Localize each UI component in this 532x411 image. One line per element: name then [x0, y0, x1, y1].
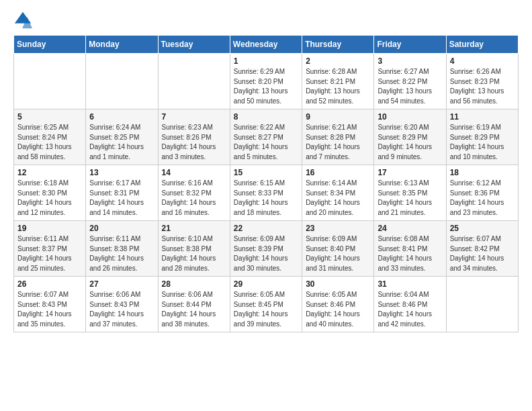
- cell-sun-info: Sunrise: 6:06 AMSunset: 8:43 PMDaylight:…: [89, 290, 154, 329]
- day-number: 9: [306, 112, 370, 122]
- calendar-cell: 22Sunrise: 6:09 AMSunset: 8:39 PMDayligh…: [230, 221, 302, 277]
- calendar-cell: 29Sunrise: 6:05 AMSunset: 8:45 PMDayligh…: [230, 277, 302, 332]
- calendar-cell: 30Sunrise: 6:05 AMSunset: 8:46 PMDayligh…: [302, 277, 374, 332]
- cell-sun-info: Sunrise: 6:04 AMSunset: 8:46 PMDaylight:…: [378, 290, 442, 329]
- calendar-cell: [446, 277, 518, 332]
- cell-sun-info: Sunrise: 6:18 AMSunset: 8:30 PMDaylight:…: [17, 179, 82, 218]
- calendar-cell: 13Sunrise: 6:17 AMSunset: 8:31 PMDayligh…: [86, 165, 158, 221]
- day-number: 7: [162, 112, 226, 122]
- cell-sun-info: Sunrise: 6:12 AMSunset: 8:36 PMDaylight:…: [450, 179, 515, 218]
- cell-sun-info: Sunrise: 6:14 AMSunset: 8:34 PMDaylight:…: [306, 179, 370, 218]
- day-number: 5: [17, 112, 82, 122]
- calendar-cell: 1Sunrise: 6:29 AMSunset: 8:20 PMDaylight…: [230, 54, 302, 109]
- day-number: 15: [234, 168, 298, 177]
- calendar-cell: 18Sunrise: 6:12 AMSunset: 8:36 PMDayligh…: [446, 165, 518, 221]
- day-number: 29: [234, 279, 298, 289]
- day-number: 13: [89, 168, 154, 177]
- calendar-cell: 31Sunrise: 6:04 AMSunset: 8:46 PMDayligh…: [374, 277, 446, 332]
- day-number: 4: [450, 56, 515, 66]
- calendar-cell: 16Sunrise: 6:14 AMSunset: 8:34 PMDayligh…: [302, 165, 374, 221]
- cell-sun-info: Sunrise: 6:23 AMSunset: 8:26 PMDaylight:…: [162, 123, 226, 162]
- calendar-cell: 19Sunrise: 6:11 AMSunset: 8:37 PMDayligh…: [14, 221, 86, 277]
- day-number: 28: [162, 279, 226, 289]
- cell-sun-info: Sunrise: 6:06 AMSunset: 8:44 PMDaylight:…: [162, 290, 226, 329]
- calendar-cell: 25Sunrise: 6:07 AMSunset: 8:42 PMDayligh…: [446, 221, 518, 277]
- cell-sun-info: Sunrise: 6:08 AMSunset: 8:41 PMDaylight:…: [378, 234, 442, 273]
- day-number: 27: [89, 279, 154, 289]
- calendar-cell: 9Sunrise: 6:21 AMSunset: 8:28 PMDaylight…: [302, 109, 374, 165]
- cell-sun-info: Sunrise: 6:16 AMSunset: 8:32 PMDaylight:…: [162, 179, 226, 218]
- calendar-cell: 11Sunrise: 6:19 AMSunset: 8:29 PMDayligh…: [446, 109, 518, 165]
- cell-sun-info: Sunrise: 6:27 AMSunset: 8:22 PMDaylight:…: [378, 67, 442, 106]
- day-number: 19: [17, 224, 82, 233]
- calendar-cell: 23Sunrise: 6:09 AMSunset: 8:40 PMDayligh…: [302, 221, 374, 277]
- cell-sun-info: Sunrise: 6:20 AMSunset: 8:29 PMDaylight:…: [378, 123, 442, 162]
- cell-sun-info: Sunrise: 6:25 AMSunset: 8:24 PMDaylight:…: [17, 123, 82, 162]
- calendar-week-row: 19Sunrise: 6:11 AMSunset: 8:37 PMDayligh…: [14, 221, 519, 277]
- calendar-cell: 27Sunrise: 6:06 AMSunset: 8:43 PMDayligh…: [86, 277, 158, 332]
- calendar-week-row: 1Sunrise: 6:29 AMSunset: 8:20 PMDaylight…: [14, 54, 519, 109]
- calendar-cell: 4Sunrise: 6:26 AMSunset: 8:23 PMDaylight…: [446, 54, 518, 109]
- cell-sun-info: Sunrise: 6:05 AMSunset: 8:46 PMDaylight:…: [306, 290, 370, 329]
- calendar-cell: 21Sunrise: 6:10 AMSunset: 8:38 PMDayligh…: [158, 221, 230, 277]
- header-saturday: Saturday: [446, 36, 518, 54]
- header-wednesday: Wednesday: [230, 36, 302, 54]
- cell-sun-info: Sunrise: 6:05 AMSunset: 8:45 PMDaylight:…: [234, 290, 298, 329]
- logo-icon: [13, 11, 32, 30]
- calendar-header-row: SundayMondayTuesdayWednesdayThursdayFrid…: [14, 36, 519, 54]
- day-number: 21: [162, 224, 226, 233]
- header-thursday: Thursday: [302, 36, 374, 54]
- cell-sun-info: Sunrise: 6:21 AMSunset: 8:28 PMDaylight:…: [306, 123, 370, 162]
- logo: [13, 11, 35, 30]
- calendar-cell: 3Sunrise: 6:27 AMSunset: 8:22 PMDaylight…: [374, 54, 446, 109]
- day-number: 18: [450, 168, 515, 177]
- calendar-cell: 15Sunrise: 6:15 AMSunset: 8:33 PMDayligh…: [230, 165, 302, 221]
- calendar-cell: [86, 54, 158, 109]
- cell-sun-info: Sunrise: 6:24 AMSunset: 8:25 PMDaylight:…: [89, 123, 154, 162]
- calendar-cell: 2Sunrise: 6:28 AMSunset: 8:21 PMDaylight…: [302, 54, 374, 109]
- cell-sun-info: Sunrise: 6:09 AMSunset: 8:40 PMDaylight:…: [306, 234, 370, 273]
- day-number: 30: [306, 279, 370, 289]
- calendar-table: SundayMondayTuesdayWednesdayThursdayFrid…: [13, 35, 519, 332]
- calendar-cell: 28Sunrise: 6:06 AMSunset: 8:44 PMDayligh…: [158, 277, 230, 332]
- calendar-cell: 8Sunrise: 6:22 AMSunset: 8:27 PMDaylight…: [230, 109, 302, 165]
- cell-sun-info: Sunrise: 6:29 AMSunset: 8:20 PMDaylight:…: [234, 67, 298, 106]
- cell-sun-info: Sunrise: 6:07 AMSunset: 8:43 PMDaylight:…: [17, 290, 82, 329]
- day-number: 14: [162, 168, 226, 177]
- cell-sun-info: Sunrise: 6:28 AMSunset: 8:21 PMDaylight:…: [306, 67, 370, 106]
- day-number: 2: [306, 56, 370, 66]
- calendar-cell: 10Sunrise: 6:20 AMSunset: 8:29 PMDayligh…: [374, 109, 446, 165]
- header-monday: Monday: [86, 36, 158, 54]
- day-number: 6: [89, 112, 154, 122]
- calendar-week-row: 12Sunrise: 6:18 AMSunset: 8:30 PMDayligh…: [14, 165, 519, 221]
- page-header: [13, 11, 519, 30]
- header-sunday: Sunday: [14, 36, 86, 54]
- header-friday: Friday: [374, 36, 446, 54]
- day-number: 10: [378, 112, 442, 122]
- day-number: 1: [234, 56, 298, 66]
- cell-sun-info: Sunrise: 6:10 AMSunset: 8:38 PMDaylight:…: [162, 234, 226, 273]
- cell-sun-info: Sunrise: 6:13 AMSunset: 8:35 PMDaylight:…: [378, 179, 442, 218]
- cell-sun-info: Sunrise: 6:07 AMSunset: 8:42 PMDaylight:…: [450, 234, 515, 273]
- day-number: 3: [378, 56, 442, 66]
- day-number: 31: [378, 279, 442, 289]
- cell-sun-info: Sunrise: 6:19 AMSunset: 8:29 PMDaylight:…: [450, 123, 515, 162]
- calendar-cell: 26Sunrise: 6:07 AMSunset: 8:43 PMDayligh…: [14, 277, 86, 332]
- cell-sun-info: Sunrise: 6:17 AMSunset: 8:31 PMDaylight:…: [89, 179, 154, 218]
- day-number: 25: [450, 224, 515, 233]
- day-number: 23: [306, 224, 370, 233]
- day-number: 12: [17, 168, 82, 177]
- calendar-cell: 12Sunrise: 6:18 AMSunset: 8:30 PMDayligh…: [14, 165, 86, 221]
- cell-sun-info: Sunrise: 6:26 AMSunset: 8:23 PMDaylight:…: [450, 67, 515, 106]
- day-number: 16: [306, 168, 370, 177]
- header-tuesday: Tuesday: [158, 36, 230, 54]
- cell-sun-info: Sunrise: 6:09 AMSunset: 8:39 PMDaylight:…: [234, 234, 298, 273]
- cell-sun-info: Sunrise: 6:15 AMSunset: 8:33 PMDaylight:…: [234, 179, 298, 218]
- day-number: 26: [17, 279, 82, 289]
- calendar-cell: 14Sunrise: 6:16 AMSunset: 8:32 PMDayligh…: [158, 165, 230, 221]
- cell-sun-info: Sunrise: 6:22 AMSunset: 8:27 PMDaylight:…: [234, 123, 298, 162]
- calendar-cell: 20Sunrise: 6:11 AMSunset: 8:38 PMDayligh…: [86, 221, 158, 277]
- calendar-cell: 17Sunrise: 6:13 AMSunset: 8:35 PMDayligh…: [374, 165, 446, 221]
- day-number: 24: [378, 224, 442, 233]
- day-number: 20: [89, 224, 154, 233]
